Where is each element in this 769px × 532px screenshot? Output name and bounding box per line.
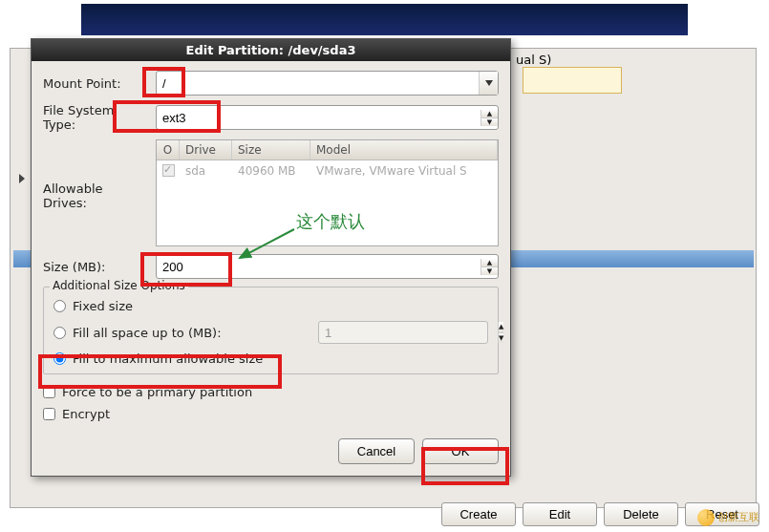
edit-button[interactable]: Edit xyxy=(523,502,597,526)
svg-marker-1 xyxy=(485,80,493,86)
chevron-down-icon xyxy=(485,80,493,86)
force-primary-checkbox[interactable] xyxy=(43,386,55,398)
fstype-spinner[interactable]: ▲ ▼ xyxy=(481,110,498,126)
allowable-drives-table: O Drive Size Model sda 40960 MB VMware, … xyxy=(156,139,499,246)
fstype-label: File System Type: xyxy=(43,103,156,132)
arrow-down-icon[interactable]: ▼ xyxy=(481,118,498,126)
bg-free-space-bar xyxy=(523,67,622,94)
mount-point-combo[interactable] xyxy=(156,71,499,96)
fstype-combo[interactable]: ▲ ▼ xyxy=(156,105,499,130)
mount-point-input[interactable] xyxy=(157,72,479,95)
drive-checkbox-sda xyxy=(162,164,175,177)
installer-top-banner xyxy=(81,4,688,35)
drive-model: VMware, VMware Virtual S xyxy=(310,162,498,181)
partition-toolbar: Create Edit Delete Reset xyxy=(441,502,759,526)
encrypt-label: Encrypt xyxy=(62,407,110,421)
force-primary-label: Force to be a primary partition xyxy=(62,385,252,399)
fill-up-to-label: Fill all space up to (MB): xyxy=(73,326,222,340)
create-button[interactable]: Create xyxy=(441,502,516,526)
arrow-up-icon: ▲ xyxy=(499,322,503,333)
arrow-down-icon: ▼ xyxy=(499,333,503,344)
fixed-size-label: Fixed size xyxy=(73,299,133,313)
size-input[interactable] xyxy=(157,255,481,278)
delete-button[interactable]: Delete xyxy=(604,502,678,526)
ok-button[interactable]: OK xyxy=(422,438,499,464)
mount-point-label: Mount Point: xyxy=(43,76,156,91)
device-expander[interactable] xyxy=(17,170,27,184)
drives-header-drive: Drive xyxy=(180,140,232,160)
size-spinner[interactable]: ▲ ▼ xyxy=(156,254,499,279)
drive-row-sda: sda 40960 MB VMware, VMware Virtual S xyxy=(157,160,498,181)
fill-up-to-spinner: ▲ ▼ xyxy=(318,321,488,344)
additional-size-options-title: Additional Size Options xyxy=(50,279,188,292)
fill-up-to-radio[interactable] xyxy=(53,327,66,339)
fill-max-label: Fill to maximum allowable size xyxy=(73,351,263,366)
encrypt-checkbox[interactable] xyxy=(43,408,55,420)
dialog-titlebar: Edit Partition: /dev/sda3 xyxy=(32,39,510,61)
mount-point-dropdown-button[interactable] xyxy=(479,72,498,95)
fstype-input[interactable] xyxy=(157,106,481,129)
fill-max-radio[interactable] xyxy=(53,352,66,365)
edit-partition-dialog: Edit Partition: /dev/sda3 Mount Point: F… xyxy=(31,38,511,477)
allowable-drives-label: Allowable Drives: xyxy=(43,139,156,210)
svg-marker-0 xyxy=(19,174,25,183)
size-spinner-buttons[interactable]: ▲ ▼ xyxy=(481,259,498,275)
fill-up-to-input xyxy=(319,326,491,340)
size-label: Size (MB): xyxy=(43,260,156,274)
reset-button[interactable]: Reset xyxy=(685,502,759,526)
arrow-down-icon[interactable]: ▼ xyxy=(481,267,498,275)
drive-name: sda xyxy=(180,162,232,181)
drives-header-check: O xyxy=(157,140,180,160)
drives-header-size: Size xyxy=(232,140,310,160)
arrow-up-icon[interactable]: ▲ xyxy=(481,259,498,267)
fixed-size-radio[interactable] xyxy=(53,300,66,312)
additional-size-options-group: Additional Size Options Fixed size Fill … xyxy=(43,287,499,374)
drives-header-model: Model xyxy=(310,140,498,160)
arrow-up-icon[interactable]: ▲ xyxy=(481,110,498,118)
bg-model-text: ual S) xyxy=(516,53,551,67)
drive-size: 40960 MB xyxy=(232,162,310,181)
cancel-button[interactable]: Cancel xyxy=(338,438,415,464)
